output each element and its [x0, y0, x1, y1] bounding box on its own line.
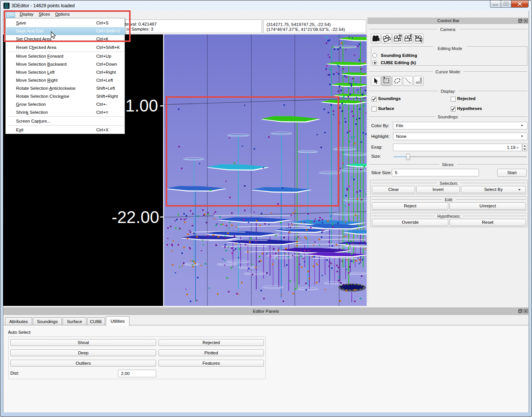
svg-text:-22.00: -22.00 — [112, 208, 159, 226]
